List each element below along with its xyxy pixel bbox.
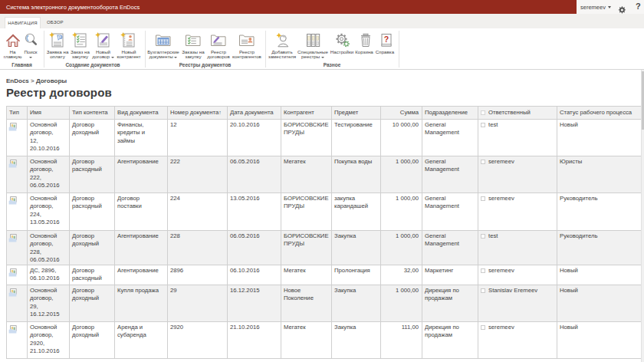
svg-text:?: ? [384,35,389,44]
